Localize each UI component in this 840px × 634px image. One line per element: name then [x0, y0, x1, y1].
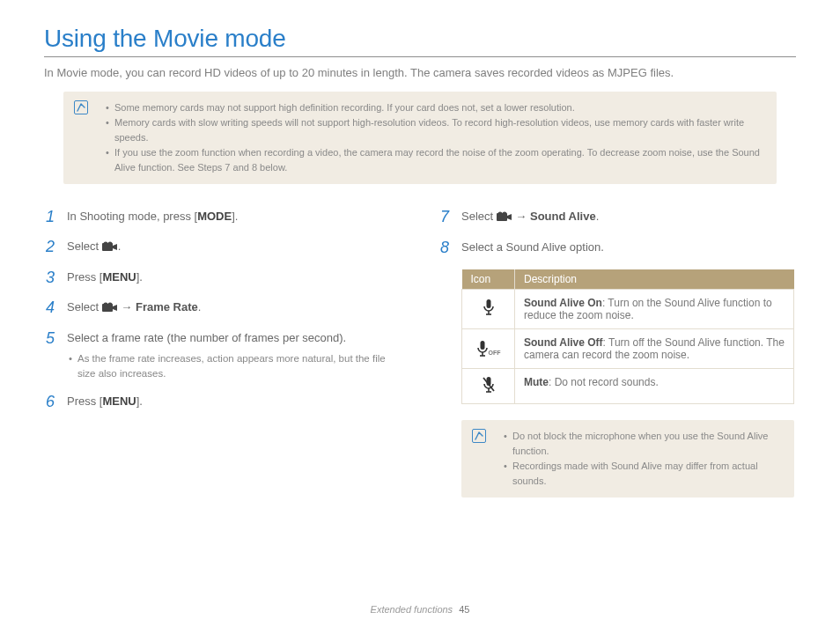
- step-text: Select: [67, 240, 102, 253]
- video-icon: [102, 301, 118, 318]
- step-2: 2 Select .: [46, 239, 400, 257]
- svg-point-1: [103, 241, 107, 246]
- menu-button-label: MENU: [102, 270, 136, 284]
- step-3: 3 Press [MENU].: [46, 269, 400, 287]
- step-text: Select a frame rate (the number of frame…: [67, 331, 346, 344]
- cell-bold: Sound Alive Off: [524, 336, 603, 349]
- bottom-note-item: Recordings made with Sound Alive may dif…: [504, 459, 780, 489]
- step-text: ].: [136, 394, 143, 408]
- arrow-text: →: [118, 300, 136, 313]
- step-text: Select: [461, 210, 497, 223]
- arrow-text: →: [512, 210, 530, 223]
- step-number: 1: [46, 209, 67, 226]
- mic-off-icon: OFF: [462, 328, 515, 368]
- svg-point-7: [497, 212, 502, 217]
- mic-on-icon: [462, 289, 515, 328]
- mode-button-label: MODE: [197, 210, 232, 223]
- step-number: 6: [46, 394, 67, 411]
- bottom-note-box: Do not block the microphone when you use…: [461, 420, 794, 498]
- step-number: 3: [46, 269, 67, 287]
- step-text: Press [: [67, 270, 102, 284]
- table-row: OFF Sound Alive Off: Turn off the Sound …: [462, 328, 794, 368]
- step-5: 5 Select a frame rate (the number of fra…: [46, 330, 400, 381]
- step-8: 8 Select a Sound Alive option.: [440, 240, 794, 257]
- sound-alive-table: Icon Description Sound Alive On: Turn on…: [461, 269, 794, 404]
- step-1: 1 In Shooting mode, press [MODE].: [46, 209, 400, 226]
- footer-section: Extended functions: [371, 604, 453, 615]
- top-note-box: Some memory cards may not support high d…: [63, 92, 777, 184]
- video-icon: [102, 240, 118, 257]
- left-column: 1 In Shooting mode, press [MODE]. 2 Sele…: [46, 209, 400, 522]
- step-number: 4: [46, 299, 67, 317]
- page-footer: Extended functions 45: [0, 604, 840, 615]
- table-row: Mute: Do not record sounds.: [462, 368, 794, 403]
- menu-button-label: MENU: [102, 394, 136, 408]
- step-number: 5: [46, 330, 67, 348]
- step-6: 6 Press [MENU].: [46, 394, 400, 411]
- video-icon: [497, 210, 512, 227]
- step-7: 7 Select → Sound Alive.: [440, 209, 794, 227]
- cell-text: : Do not record sounds.: [549, 376, 659, 388]
- step-text: Select: [67, 300, 102, 313]
- mic-mute-icon: [462, 368, 515, 403]
- svg-point-5: [107, 302, 112, 306]
- step-number: 2: [46, 239, 67, 256]
- svg-point-4: [103, 302, 107, 306]
- bottom-note-item: Do not block the microphone when you use…: [504, 429, 780, 459]
- svg-point-8: [502, 212, 506, 217]
- table-row: Sound Alive On: Turn on the Sound Alive …: [462, 289, 794, 328]
- note-icon: [74, 100, 88, 114]
- step-text: Select a Sound Alive option.: [461, 240, 794, 256]
- table-header-icon: Icon: [462, 269, 515, 290]
- step-number: 7: [440, 209, 461, 226]
- frame-rate-label: Frame Rate: [136, 300, 198, 313]
- table-header-desc: Description: [515, 269, 794, 290]
- sound-alive-label: Sound Alive: [530, 210, 596, 223]
- step-text: ].: [136, 270, 143, 284]
- top-note-item: Memory cards with slow writing speeds wi…: [106, 115, 763, 145]
- mic-off-subscript: OFF: [489, 350, 501, 356]
- top-note-item: If you use the zoom function when record…: [106, 145, 763, 175]
- cell-bold: Sound Alive On: [524, 297, 602, 309]
- note-icon: [472, 429, 486, 443]
- step-text: Press [: [67, 394, 102, 408]
- svg-rect-12: [480, 341, 484, 350]
- page-title: Using the Movie mode: [44, 25, 796, 57]
- cell-bold: Mute: [524, 376, 549, 388]
- step-number: 8: [440, 240, 461, 257]
- svg-rect-9: [486, 299, 490, 308]
- step-text: ].: [232, 210, 238, 223]
- svg-point-2: [107, 241, 112, 246]
- right-column: 7 Select → Sound Alive. 8 Select a Sound…: [440, 209, 794, 522]
- footer-page-number: 45: [459, 604, 469, 615]
- step-subtext: As the frame rate increases, action appe…: [67, 351, 400, 380]
- top-note-item: Some memory cards may not support high d…: [106, 100, 763, 115]
- step-4: 4 Select → Frame Rate.: [46, 299, 400, 318]
- step-text: In Shooting mode, press [: [67, 210, 197, 223]
- intro-text: In Movie mode, you can record HD videos …: [44, 66, 796, 79]
